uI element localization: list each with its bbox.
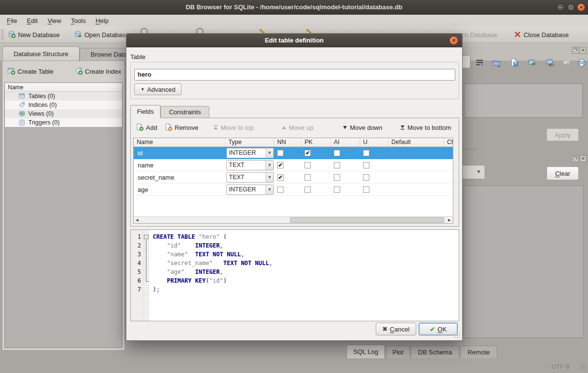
scroll-right-icon[interactable]: ▶ [446,217,453,223]
column-header-pk[interactable]: PK [302,138,331,146]
tree-item-tables[interactable]: Tables (0) [5,92,122,101]
dialog-resize-grip[interactable] [454,332,460,338]
advanced-button[interactable]: ▼ Advanced [134,83,182,95]
table-name-input[interactable]: hero [134,69,455,81]
checkbox[interactable] [363,174,369,181]
attach-database-button[interactable]: ch Database [462,27,497,43]
menu-view[interactable]: View [42,15,66,27]
default-cell[interactable] [388,171,444,183]
check-cell[interactable] [444,171,453,183]
column-header-default[interactable]: Default [388,138,444,146]
default-cell[interactable] [388,184,444,195]
check-cell[interactable] [444,147,453,159]
apply-cell-icon[interactable] [527,57,538,68]
tab-fields[interactable]: Fields [130,105,161,118]
checkbox[interactable] [363,150,369,156]
horizontal-scrollbar[interactable]: ◀ ▶ [134,216,453,223]
column-header-check[interactable]: Check [444,138,453,146]
field-row-secret_name[interactable]: secret_nameTEXT▼✔ [134,171,453,184]
sql-preview-editor[interactable]: 1234567 − CREATE TABLE "hero" ( "id" INT… [130,229,459,321]
bottom-tab-db-schema[interactable]: DB Schema [411,346,459,358]
checkbox[interactable] [363,186,369,193]
tab-database-structure[interactable]: Database Structure [2,46,80,61]
import-data-icon[interactable] [491,57,502,68]
close-window-icon[interactable]: ✕ [577,3,585,11]
export-data-icon[interactable] [509,57,520,68]
column-header-u[interactable]: U [360,138,388,146]
tree-item-triggers[interactable]: Triggers (0) [5,118,122,127]
dock-float-icon[interactable] [572,47,579,54]
cell-editor-textarea[interactable] [464,83,583,118]
checkbox[interactable] [304,186,311,193]
checkbox[interactable]: ✔ [304,150,311,156]
menu-edit[interactable]: Edit [22,15,42,27]
field-name[interactable]: secret_name [134,171,225,183]
fold-collapse-icon[interactable]: − [144,235,148,239]
set-null-icon[interactable] [562,57,572,68]
dock-close-icon[interactable]: ✕ [580,47,587,54]
checkbox[interactable] [334,174,340,181]
column-header-nn[interactable]: NN [274,138,302,146]
default-cell[interactable] [388,147,444,159]
dialog-close-icon[interactable]: ✕ [449,36,458,45]
link-cell-icon[interactable] [545,57,556,68]
field-row-id[interactable]: idINTEGER▼✔ [134,147,453,159]
print-cell-icon[interactable] [576,57,587,68]
bottom-tab-plot[interactable]: Plot [386,346,410,358]
bottom-tab-remote[interactable]: Remote [460,346,497,358]
checkbox[interactable] [334,150,340,156]
ok-button[interactable]: ✔ OK [419,323,458,335]
bottom-tab-sql-log[interactable]: SQL Log [346,345,385,358]
remote-combobox[interactable]: ▼ [460,165,485,179]
add-button[interactable]: Add [136,121,157,134]
checkbox[interactable]: ✔ [277,162,284,168]
dock-close-icon[interactable]: ✕ [580,155,587,162]
checkbox[interactable] [277,150,284,156]
move-to-top-button[interactable]: Move to top [213,121,254,134]
field-name[interactable]: id [134,147,225,159]
checkbox[interactable] [363,162,369,168]
dialog-titlebar[interactable]: Edit table definition ✕ [126,34,462,47]
tab-constraints[interactable]: Constraints [161,106,209,118]
create-table-button[interactable]: Create Table [7,65,53,77]
type-combobox[interactable]: INTEGER▼ [226,148,274,158]
column-header-name[interactable]: Name [134,138,225,146]
checkbox[interactable]: ✔ [277,174,284,181]
checkbox[interactable] [277,186,284,193]
type-combobox[interactable]: TEXT▼ [226,160,274,170]
check-cell[interactable] [444,184,453,195]
move-to-bottom-button[interactable]: Move to bottom [400,121,451,134]
checkbox[interactable] [334,186,340,193]
menu-file[interactable]: File [2,15,22,27]
move-up-button[interactable]: Move up [282,121,313,134]
tree-item-views[interactable]: Views (0) [5,109,122,118]
column-header-ai[interactable]: AI [331,138,360,146]
column-header-type[interactable]: Type [225,138,274,146]
checkbox[interactable] [304,162,311,168]
scrollbar-thumb[interactable] [290,217,444,223]
open-database-button[interactable]: Open Database [74,27,129,43]
move-down-button[interactable]: Move down [343,121,382,134]
menu-tools[interactable]: Tools [66,15,90,27]
resize-grip[interactable] [580,364,587,371]
new-database-button[interactable]: New Database [8,27,60,43]
close-database-button[interactable]: Close Database [514,27,569,43]
minimize-icon[interactable]: — [557,3,565,11]
menu-help[interactable]: Help [91,15,114,27]
apply-button[interactable]: Apply [547,128,579,141]
tree-column-header[interactable]: Name [5,83,122,92]
default-cell[interactable] [388,159,444,171]
checkbox[interactable] [334,162,340,168]
field-name[interactable]: name [134,159,225,171]
scroll-left-icon[interactable]: ◀ [134,217,141,223]
dock-float-icon[interactable] [572,155,579,162]
field-name[interactable]: age [134,184,225,195]
dock-splitter-handle[interactable] [461,148,477,150]
remote-list-area[interactable] [464,186,584,338]
create-index-button[interactable]: Create Index [75,65,121,77]
encoding-indicator[interactable]: UTF-8 [551,363,569,370]
tree-item-indices[interactable]: Indices (0) [5,101,122,109]
word-wrap-icon[interactable] [474,57,485,68]
checkbox[interactable] [304,174,311,181]
field-row-name[interactable]: nameTEXT▼✔ [134,159,453,171]
